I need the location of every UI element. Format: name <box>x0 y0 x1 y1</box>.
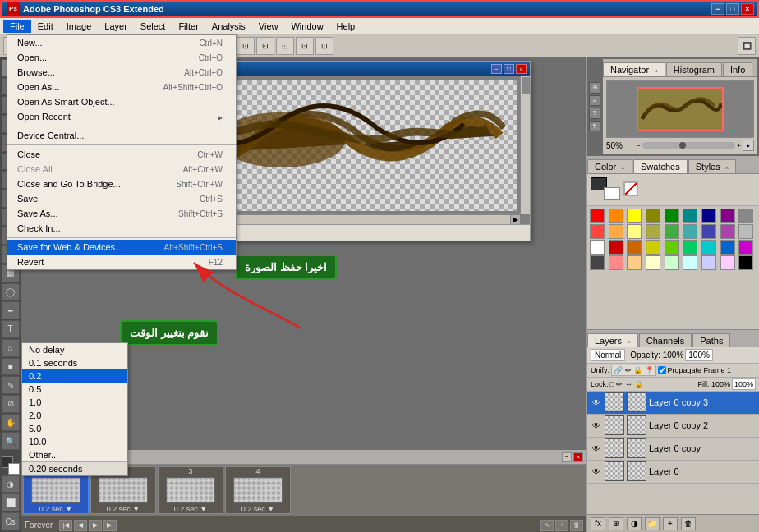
menu-open[interactable]: Open... Ctrl+O <box>7 50 236 65</box>
menu-save[interactable]: Save Ctrl+S <box>7 191 236 206</box>
toolbar-btn-extra[interactable]: 🔲 <box>738 37 756 55</box>
tool-shape[interactable]: ■ <box>2 358 20 376</box>
swatch-20[interactable] <box>627 240 642 255</box>
tool-zoom[interactable]: 🔍 <box>2 432 20 450</box>
menu-close-bridge[interactable]: Close and Go To Bridge... Shift+Ctrl+W <box>7 177 236 191</box>
menu-image[interactable]: Image <box>60 20 99 33</box>
swatch-22[interactable] <box>665 240 679 255</box>
layer-mask-btn[interactable]: ⊕ <box>609 517 623 530</box>
menu-browse[interactable]: Browse... Alt+Ctrl+O <box>7 65 236 80</box>
close-button[interactable]: × <box>741 3 754 15</box>
frame-2-delay[interactable]: 0.2 sec.▼ <box>107 505 140 513</box>
layer-eye-1[interactable]: 👁 <box>591 420 602 431</box>
menu-smart-object[interactable]: Open As Smart Object... <box>7 94 236 109</box>
swatch-21[interactable] <box>646 240 660 255</box>
mini-tool-2[interactable]: ≡ <box>589 95 600 107</box>
layer-eye-2[interactable]: 👁 <box>591 443 602 454</box>
delay-no-delay[interactable]: No delay <box>22 343 127 356</box>
toolbar-btn-14[interactable]: ⊡ <box>276 37 294 55</box>
tool-screen-mode[interactable]: ⬜ <box>2 493 20 511</box>
swatch-8[interactable] <box>738 209 753 223</box>
tool-eyedropper[interactable]: ⊘ <box>2 395 20 413</box>
swatch-1[interactable] <box>609 209 623 223</box>
tool-pen[interactable]: ✒ <box>2 301 20 319</box>
swatch-14[interactable] <box>683 224 697 239</box>
no-color-swatch[interactable] <box>623 181 638 196</box>
menu-select[interactable]: Select <box>134 20 172 33</box>
tool-path-select[interactable]: ⌂ <box>2 339 20 357</box>
delay-100[interactable]: 10.0 <box>22 435 127 448</box>
tool-notes[interactable]: ✎ <box>2 376 20 394</box>
propagate-checkbox[interactable] <box>658 366 666 374</box>
nav-zoom-in[interactable]: + <box>737 142 741 149</box>
layers-tab-close[interactable]: × <box>627 338 631 346</box>
tool-mask[interactable]: ◑ <box>2 475 20 493</box>
toolbar-btn-13[interactable]: ⊡ <box>256 37 274 55</box>
swatch-33[interactable] <box>702 255 716 270</box>
delay-other[interactable]: Other... <box>22 448 127 461</box>
menu-open-as[interactable]: Open As... Alt+Shift+Ctrl+O <box>7 80 236 94</box>
swatch-7[interactable] <box>720 209 735 223</box>
layer-eye-0[interactable]: 👁 <box>591 397 602 408</box>
maximize-button[interactable]: □ <box>726 3 739 15</box>
layer-fx-btn[interactable]: fx <box>591 517 605 530</box>
fill-value[interactable]: 100% <box>732 378 756 390</box>
frame-3[interactable]: 3 0.2 sec.▼ <box>158 466 223 514</box>
nav-slider-thumb[interactable] <box>679 142 686 149</box>
tl-play[interactable]: ▶ <box>89 520 102 531</box>
tool-cs[interactable]: Cs <box>2 512 20 530</box>
tab-navigator[interactable]: Navigator × <box>603 62 665 76</box>
styles-tab-close[interactable]: × <box>725 164 729 172</box>
tab-layers[interactable]: Layers × <box>587 333 638 347</box>
background-color[interactable] <box>8 463 20 475</box>
color-tab-close[interactable]: × <box>621 164 625 172</box>
swatch-0[interactable] <box>590 209 605 223</box>
layer-eye-3[interactable]: 👁 <box>591 466 602 477</box>
swatch-4[interactable] <box>665 209 679 223</box>
nav-slider[interactable] <box>642 142 736 149</box>
log-close[interactable]: × <box>573 452 583 462</box>
tab-swatches[interactable]: Swatches <box>633 159 688 173</box>
tl-new-frame[interactable]: + <box>555 520 568 531</box>
nav-menu[interactable]: ▸ <box>743 140 754 151</box>
menu-analysis[interactable]: Analysis <box>205 20 252 33</box>
swatch-9[interactable] <box>590 224 605 239</box>
tl-delete-frame[interactable]: 🗑 <box>570 520 583 531</box>
layer-group-btn[interactable]: 📁 <box>645 517 660 530</box>
layer-item-3[interactable]: 👁 Layer 0 <box>587 461 759 484</box>
tab-styles[interactable]: Styles × <box>688 159 737 173</box>
delay-10[interactable]: 1.0 <box>22 396 127 409</box>
menu-view[interactable]: View <box>252 20 285 33</box>
tab-color[interactable]: Color × <box>587 159 632 173</box>
toolbar-btn-16[interactable]: ⊡ <box>315 37 334 55</box>
menu-revert[interactable]: Revert F12 <box>7 255 236 269</box>
swatch-3[interactable] <box>646 209 660 223</box>
swatch-30[interactable] <box>646 255 660 270</box>
swatch-23[interactable] <box>683 240 697 255</box>
frame-1-delay[interactable]: 0.2 sec.▼ <box>39 505 72 513</box>
menu-close[interactable]: Close Ctrl+W <box>7 147 236 162</box>
frame-4-delay[interactable]: 0.2 sec.▼ <box>242 505 274 513</box>
menu-open-recent[interactable]: Open Recent ▶ <box>7 109 236 124</box>
background-swatch[interactable] <box>604 187 620 200</box>
tool-text[interactable]: T <box>2 320 20 338</box>
layer-item-0[interactable]: 👁 Layer 0 copy 3 <box>587 392 759 415</box>
menu-filter[interactable]: Filter <box>172 20 205 33</box>
swatch-13[interactable] <box>665 224 679 239</box>
delay-20[interactable]: 2.0 <box>22 409 127 422</box>
delay-01[interactable]: 0.1 seconds <box>22 356 127 369</box>
menu-file[interactable]: File <box>3 20 31 33</box>
tool-hand[interactable]: ✋ <box>2 414 20 432</box>
log-minimize[interactable]: − <box>562 452 572 462</box>
swatch-28[interactable] <box>609 255 623 270</box>
delay-50[interactable]: 5.0 <box>22 422 127 435</box>
menu-window[interactable]: Window <box>284 20 329 33</box>
swatch-24[interactable] <box>702 240 716 255</box>
swatch-32[interactable] <box>683 255 697 270</box>
swatch-10[interactable] <box>609 224 623 239</box>
layer-delete-btn[interactable]: 🗑 <box>681 517 696 530</box>
menu-save-as[interactable]: Save As... Shift+Ctrl+S <box>7 206 236 221</box>
menu-help[interactable]: Help <box>330 20 362 33</box>
opacity-value[interactable]: 100% <box>685 349 713 361</box>
mini-tool-4[interactable]: ¶ <box>589 121 600 132</box>
